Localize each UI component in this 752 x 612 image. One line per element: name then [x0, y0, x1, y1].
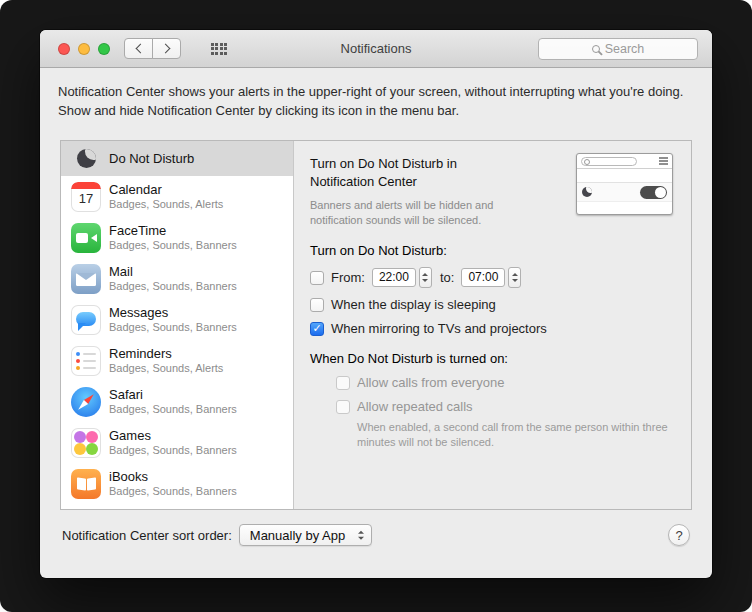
display-sleep-label: When the display is sleeping — [331, 297, 496, 312]
show-all-button[interactable] — [202, 38, 236, 59]
to-label: to: — [440, 270, 454, 285]
back-button[interactable] — [124, 38, 153, 59]
mini-list-icon — [659, 157, 668, 165]
sidebar-item-safari[interactable]: Safari Badges, Sounds, Banners — [61, 381, 293, 422]
mirroring-checkbox[interactable] — [310, 322, 324, 336]
nc-description: Banners and alerts will be hidden and no… — [310, 198, 538, 228]
title-bar[interactable]: Notifications Search — [40, 30, 712, 68]
dropdown-arrows-icon — [358, 531, 364, 540]
grid-icon — [211, 43, 228, 55]
allow-calls-label: Allow calls from everyone — [357, 375, 504, 390]
to-time-stepper[interactable] — [508, 267, 521, 288]
allow-calls-checkbox[interactable] — [336, 376, 350, 390]
footer-bar: Notification Center sort order: Manually… — [62, 524, 690, 546]
search-icon — [592, 45, 600, 53]
do-not-disturb-panel: Turn on Do Not Disturb in Notification C… — [294, 141, 691, 509]
traffic-lights — [58, 43, 110, 55]
mini-moon-icon — [582, 187, 592, 197]
mirroring-label: When mirroring to TVs and projectors — [331, 321, 547, 336]
sidebar-item-calendar[interactable]: 17 Calendar Badges, Sounds, Alerts — [61, 176, 293, 217]
chevron-right-icon — [160, 44, 170, 54]
mini-search-icon — [581, 157, 637, 166]
allow-repeated-label: Allow repeated calls — [357, 399, 473, 414]
nc-title: Turn on Do Not Disturb in Notification C… — [310, 155, 515, 191]
facetime-icon — [71, 223, 101, 253]
close-button[interactable] — [58, 43, 70, 55]
do-not-disturb-moon-icon — [71, 144, 101, 174]
to-time-field[interactable]: 07:00 — [461, 268, 505, 287]
safari-icon — [71, 387, 101, 417]
zoom-button[interactable] — [98, 43, 110, 55]
mail-icon — [71, 264, 101, 294]
sidebar-item-games[interactable]: Games Badges, Sounds, Banners — [61, 422, 293, 463]
mini-dnd-toggle — [640, 186, 667, 199]
sidebar-item-ibooks[interactable]: iBooks Badges, Sounds, Banners — [61, 463, 293, 504]
from-time-stepper[interactable] — [419, 267, 432, 288]
search-placeholder: Search — [605, 42, 645, 56]
allow-repeated-checkbox[interactable] — [336, 400, 350, 414]
display-sleep-row: When the display is sleeping — [310, 297, 675, 312]
sort-order-value: Manually by App — [250, 528, 345, 543]
notification-center-preview — [576, 153, 673, 215]
reminders-icon — [71, 346, 101, 376]
nav-controls — [124, 38, 181, 59]
ibooks-icon — [71, 469, 101, 499]
mirroring-row: When mirroring to TVs and projectors — [310, 321, 675, 336]
schedule-header: Turn on Do Not Disturb: — [310, 243, 675, 258]
minimize-button[interactable] — [78, 43, 90, 55]
display-sleep-checkbox[interactable] — [310, 298, 324, 312]
sidebar-item-do-not-disturb[interactable]: Do Not Disturb — [61, 141, 293, 176]
app-list: Do Not Disturb 17 Calendar Badges, Sound… — [61, 141, 294, 509]
calendar-icon: 17 — [71, 182, 101, 212]
sidebar-item-reminders[interactable]: Reminders Badges, Sounds, Alerts — [61, 340, 293, 381]
intro-text: Notification Center shows your alerts in… — [40, 68, 712, 140]
notifications-preferences-window: Notifications Search Notification Center… — [40, 30, 712, 578]
chevron-left-icon — [135, 44, 145, 54]
allow-repeated-row: Allow repeated calls — [336, 399, 675, 414]
sort-order-label: Notification Center sort order: — [62, 528, 232, 543]
sidebar-item-facetime[interactable]: FaceTime Badges, Sounds, Banners — [61, 217, 293, 258]
from-label: From: — [331, 270, 365, 285]
search-field[interactable]: Search — [538, 38, 698, 60]
from-time-field[interactable]: 22:00 — [372, 268, 416, 287]
repeated-calls-note: When enabled, a second call from the sam… — [357, 420, 675, 450]
schedule-row: From: 22:00 to: 07:00 — [310, 267, 675, 288]
sidebar-item-messages[interactable]: Messages Badges, Sounds, Banners — [61, 299, 293, 340]
sort-order-dropdown[interactable]: Manually by App — [239, 524, 372, 546]
messages-icon — [71, 305, 101, 335]
forward-button[interactable] — [152, 38, 181, 59]
sidebar-item-mail[interactable]: Mail Badges, Sounds, Banners — [61, 258, 293, 299]
allow-calls-row: Allow calls from everyone — [336, 375, 675, 390]
game-center-icon — [71, 428, 101, 458]
content-box: Do Not Disturb 17 Calendar Badges, Sound… — [60, 140, 692, 510]
dnd-on-header: When Do Not Disturb is turned on: — [310, 351, 675, 366]
help-button[interactable]: ? — [668, 524, 690, 546]
schedule-checkbox[interactable] — [310, 271, 324, 285]
